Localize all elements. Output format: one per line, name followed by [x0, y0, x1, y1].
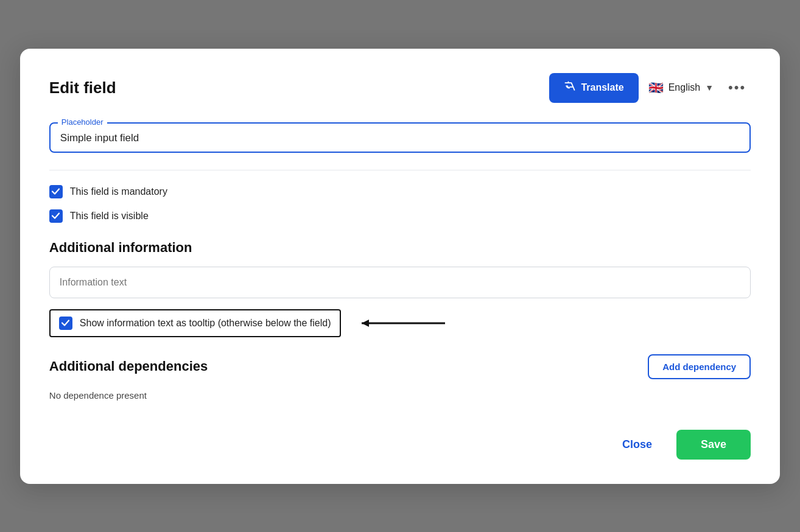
mandatory-row: This field is mandatory — [49, 185, 751, 198]
visible-row: This field is visible — [49, 209, 751, 223]
placeholder-label: Placeholder — [58, 117, 107, 127]
arrow-indicator — [351, 316, 448, 331]
placeholder-field-group: Placeholder — [49, 122, 751, 153]
mandatory-label: This field is mandatory — [70, 186, 167, 197]
additional-deps-title: Additional dependencies — [49, 359, 208, 374]
visible-label: This field is visible — [70, 211, 149, 222]
modal-header: Edit field Translate 🇬🇧 English ▼ — [49, 73, 751, 103]
visible-checkbox[interactable] — [49, 209, 63, 223]
arrow-icon — [351, 316, 448, 331]
tooltip-row: Show information text as tooltip (otherw… — [49, 309, 341, 337]
language-selector[interactable]: 🇬🇧 English ▼ — [648, 80, 714, 95]
language-label: English — [668, 82, 700, 93]
placeholder-input[interactable] — [60, 132, 740, 144]
modal-footer: Close Save — [49, 425, 751, 460]
dependencies-header: Additional dependencies Add dependency — [49, 354, 751, 379]
info-input[interactable] — [60, 277, 740, 288]
close-button[interactable]: Close — [610, 431, 664, 458]
tooltip-wrapper: Show information text as tooltip (otherw… — [49, 309, 751, 337]
chevron-down-icon: ▼ — [705, 83, 714, 93]
no-dependence-text: No dependence present — [49, 390, 751, 401]
translate-button-label: Translate — [581, 82, 623, 93]
placeholder-wrapper: Placeholder — [49, 122, 751, 153]
flag-icon: 🇬🇧 — [648, 80, 664, 95]
divider-1 — [49, 170, 751, 170]
translate-icon — [564, 80, 576, 96]
additional-info-title: Additional information — [49, 240, 751, 256]
translate-button[interactable]: Translate — [549, 73, 638, 103]
save-button[interactable]: Save — [676, 430, 751, 460]
modal-title: Edit field — [49, 79, 116, 97]
modal-overlay: Edit field Translate 🇬🇧 English ▼ — [0, 0, 800, 532]
checkboxes-section: This field is mandatory This field is vi… — [49, 185, 751, 223]
add-dependency-button[interactable]: Add dependency — [648, 354, 751, 379]
tooltip-checkbox[interactable] — [59, 317, 72, 330]
info-input-wrapper — [49, 267, 751, 298]
mandatory-checkbox[interactable] — [49, 185, 63, 198]
header-actions: Translate 🇬🇧 English ▼ ••• — [549, 73, 751, 103]
edit-field-modal: Edit field Translate 🇬🇧 English ▼ — [20, 49, 780, 484]
tooltip-checkbox-label: Show information text as tooltip (otherw… — [80, 318, 331, 329]
more-dots-icon: ••• — [728, 80, 746, 95]
more-options-button[interactable]: ••• — [723, 77, 751, 98]
svg-marker-1 — [362, 320, 369, 327]
